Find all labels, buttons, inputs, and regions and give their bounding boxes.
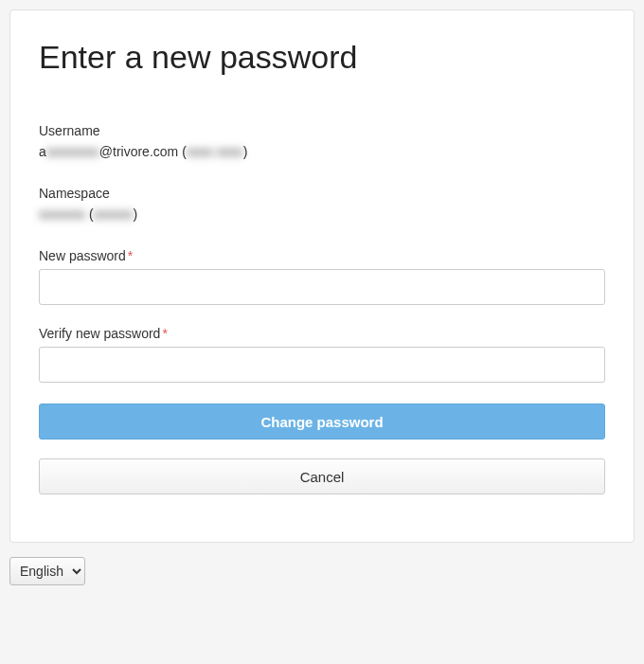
cancel-button[interactable]: Cancel <box>39 458 605 494</box>
username-blur-1: xxxxxxxx <box>46 144 99 159</box>
password-reset-card: Enter a new password Username axxxxxxxx@… <box>9 9 635 543</box>
new-password-input[interactable] <box>39 269 605 305</box>
new-password-label: New password* <box>39 248 605 263</box>
required-asterisk: * <box>128 248 133 263</box>
page-title: Enter a new password <box>39 39 605 76</box>
new-password-group: New password* <box>39 248 605 305</box>
namespace-label: Namespace <box>39 186 605 201</box>
verify-password-label-text: Verify new password <box>39 326 160 341</box>
username-blur-2: xxxx xxxx <box>187 144 243 159</box>
verify-password-input[interactable] <box>39 347 605 383</box>
namespace-mid: ( <box>85 206 94 222</box>
change-password-button[interactable]: Change password <box>39 404 605 440</box>
required-asterisk: * <box>162 326 167 341</box>
namespace-suffix: ) <box>134 206 138 222</box>
language-selector-wrap: English <box>9 557 635 585</box>
namespace-block: Namespace xxxxxxx (xxxxxx) <box>39 186 605 222</box>
username-value: axxxxxxxx@trivore.com (xxxx xxxx) <box>39 144 605 159</box>
namespace-blur-1: xxxxxxx <box>39 206 85 222</box>
namespace-value: xxxxxxx (xxxxxx) <box>39 206 605 222</box>
verify-password-label: Verify new password* <box>39 326 605 341</box>
username-block: Username axxxxxxxx@trivore.com (xxxx xxx… <box>39 123 605 159</box>
username-label: Username <box>39 123 605 138</box>
language-select[interactable]: English <box>9 557 85 585</box>
verify-password-group: Verify new password* <box>39 326 605 383</box>
username-mid: @trivore.com ( <box>99 144 187 159</box>
namespace-blur-2: xxxxxx <box>94 206 134 222</box>
username-suffix: ) <box>243 144 248 159</box>
new-password-label-text: New password <box>39 248 126 263</box>
username-prefix: a <box>39 144 46 159</box>
